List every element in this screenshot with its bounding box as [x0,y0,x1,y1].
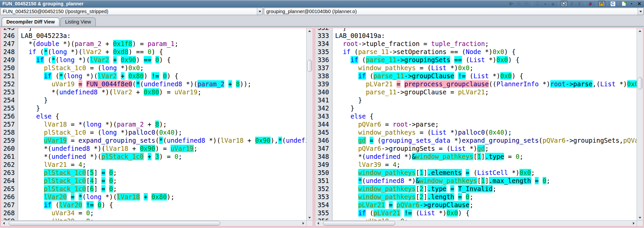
code-text[interactable]: uVar19 = FUN_0044f8e0(*(undefined8 *)(pa… [18,80,251,88]
code-line[interactable]: 338 if (parse_11->groupClause != (List *… [315,72,637,80]
code-line[interactable]: 267 if (lVar20 != 0) { [1,201,306,209]
left-function-selector-dropdown-button[interactable] [257,8,263,15]
code-line[interactable]: 262 lVar21 = 4; [1,161,306,169]
scroll-right-button[interactable] [301,221,306,226]
code-line[interactable]: 341 } [315,96,637,104]
code-text[interactable]: } [18,104,40,112]
code-text[interactable]: window_pathkeys = (List *)0x0; [332,64,473,72]
code-text[interactable]: if (parse_11->setOperations == (Node *)0… [332,48,516,56]
code-line[interactable]: 340 parse_11->groupClause = pLVar21; [315,88,637,96]
code-line[interactable]: 335 if (parse_11->setOperations == (Node… [315,48,637,56]
code-text[interactable]: lVar18 = *(long *)(param_2 + 8); [18,120,167,128]
code-text[interactable]: if (*(long *)(lVar2 + 0x80) != 0) { [18,72,178,80]
scroll-down-button[interactable] [307,215,312,220]
code-text[interactable]: iVar30 = 0; [18,217,94,220]
code-text[interactable]: } [18,28,32,32]
code-text[interactable]: if (pLVar21 != (List *)0x0) { [332,209,469,217]
code-line[interactable]: 344 pQVar6 = root->parse; [315,120,637,128]
code-text[interactable]: window_pathkeys[1].elements = (ListCell … [332,169,535,177]
code-text[interactable]: plStack_1c0 = (long *)palloc0(0x40); [18,128,182,136]
lock-scroll-icon[interactable] [598,1,605,7]
copy-snapshot-icon[interactable]: ⎘ [515,1,522,7]
code-text[interactable]: *(undefined *)(plStack_1c0 + 3) = 0; [18,152,182,161]
code-line[interactable]: 264 plStack_1c0[4] = 0; [1,177,306,185]
left-vertical-scroll-thumb[interactable] [307,60,312,72]
right-function-selector-dropdown-button[interactable] [638,8,643,15]
code-text[interactable]: uVar19 = expand_grouping_sets(*(undefine… [18,136,306,144]
code-text[interactable]: } [332,96,362,104]
code-text[interactable]: plStack_1c0[6] = 0; [18,185,117,193]
scroll-up-button[interactable] [307,28,312,34]
code-line[interactable]: 342 } [315,104,637,112]
function-previous-icon[interactable]: f↑ [576,1,583,7]
scroll-up-button[interactable] [637,28,643,34]
scroll-left-button[interactable] [1,221,7,226]
export-results-icon[interactable]: ➥ [620,1,627,7]
code-line[interactable]: 343 else { [315,112,637,120]
code-line[interactable]: 332 } [315,28,637,32]
right-vertical-scroll-track[interactable] [637,34,643,215]
code-line[interactable]: 348 *(undefined *)&window_pathkeys[1].ty… [315,152,637,161]
code-line[interactable]: 250 plStack_1c0 = (long *)0x0; [1,64,306,72]
paste-snapshot-icon[interactable]: ⎗ [523,1,530,7]
code-text[interactable]: plStack_1c0 = (long *)0x0; [18,64,144,72]
function-next-icon[interactable]: f↓ [568,1,575,7]
code-text[interactable]: *(undefined8 *)(lVar18 + 0x90) = uVar19; [18,144,197,152]
code-line[interactable]: 255 } [1,104,306,112]
left-horizontal-scroll-thumb[interactable] [9,221,220,226]
c-source-view-icon[interactable]: C [609,1,616,7]
right-code-lines[interactable]: 332 }333LAB_0010419a:334 root->tuple_fra… [315,28,637,220]
code-line[interactable]: 261 *(undefined *)(plStack_1c0 + 3) = 0; [1,152,306,161]
code-line[interactable]: 336 if (parse_11->groupingSets == (List … [315,56,637,64]
code-line[interactable]: 247 *(double *)(param_2 + 0x1f8) = param… [1,40,306,48]
code-text[interactable]: pQVar6->groupingSets = (List *)gd; [332,144,489,152]
code-text[interactable]: gd = (grouping_sets_data *)expand_groupi… [332,136,637,144]
left-code-lines[interactable]: 245 }246LAB_0045223a:247 *(double *)(par… [1,28,306,220]
code-text[interactable]: parse_11->groupClause = pLVar21; [332,88,489,96]
view-options-icon[interactable]: ≣▾ [508,1,514,7]
code-line[interactable]: 265 plStack_1c0[6] = 0; [1,185,306,193]
code-line[interactable]: 259 uVar19 = expand_grouping_sets(*(unde… [1,136,306,144]
code-line[interactable]: 352 window_pathkeys[2].type = T_Invalid; [315,185,637,193]
remove-function-match-icon[interactable]: f✗ [587,1,594,7]
code-text[interactable]: *(double *)(param_2 + 0x1f8) = param_1; [18,40,178,48]
code-line[interactable]: 245 } [1,28,306,32]
code-line[interactable]: 349 lVar39 = 4; [315,161,637,169]
code-line[interactable]: 351 *(undefined8 *)&window_pathkeys[1].m… [315,177,637,185]
code-text[interactable]: else { [332,112,373,120]
code-line[interactable]: 350 window_pathkeys[1].elements = (ListC… [315,169,637,177]
code-line[interactable]: 337 window_pathkeys = (List *)0x0; [315,64,637,72]
code-line[interactable]: 356 uVar18 = 0; [315,217,637,220]
code-line[interactable]: 258 plStack_1c0 = (long *)palloc0(0x40); [1,128,306,136]
code-text[interactable]: uVar18 = 0; [332,217,408,220]
code-line[interactable]: 249 if (*(long *)(lVar2 + 0x90) == 0) { [1,56,306,64]
code-line[interactable]: 263 plStack_1c0[5] = 0; [1,169,306,177]
code-line[interactable]: 355 if (pLVar21 != (List *)0x0) { [315,209,637,217]
code-text[interactable]: uVar34 = 0; [18,209,94,217]
code-line[interactable]: 248 if (*(long *)(lVar2 + 0xd8) == 0) { [1,48,306,56]
code-text[interactable]: window_pathkeys[2].length = 0; [332,193,473,201]
code-text[interactable]: if (*(long *)(lVar2 + 0xd8) == 0) { [18,48,163,56]
left-horizontal-scroll-track[interactable] [7,221,301,226]
code-line[interactable]: 260 *(undefined8 *)(lVar18 + 0x90) = uVa… [1,144,306,152]
code-text[interactable]: plStack_1c0[5] = 0; [18,169,117,177]
code-line[interactable]: 252 uVar19 = FUN_0044f8e0(*(undefined8 *… [1,80,306,88]
cursor-location-tracking-icon[interactable] [561,1,567,7]
code-text[interactable]: lVar21 = 4; [18,161,86,169]
code-line[interactable]: 256 else { [1,112,306,120]
binary-view-icon[interactable]: 1001 [534,1,541,7]
code-text[interactable]: } [18,96,48,104]
close-icon[interactable]: ✕ [636,1,643,7]
code-line[interactable]: 347 pQVar6->groupingSets = (List *)gd; [315,144,637,152]
code-text[interactable]: if (parse_11->groupClause != (List *)0x0… [332,72,523,80]
left-vertical-scrollbar[interactable] [306,28,313,220]
scroll-left-button[interactable] [315,221,321,226]
code-line[interactable]: 251 if (*(long *)(lVar2 + 0x80) != 0) { [1,72,306,80]
code-line[interactable]: 246LAB_0045223a: [1,32,306,40]
code-line[interactable]: 339 pLVar21 = preprocess_groupclause((Pl… [315,80,637,88]
code-text[interactable]: window_pathkeys[2].type = T_Invalid; [332,185,497,193]
code-line[interactable]: 269 iVar30 = 0; [1,217,306,220]
code-line[interactable]: 266 lVar20 = *(long *)(lVar18 + 0x80); [1,193,306,201]
code-text[interactable]: if (parse_11->groupingSets == (List *)0x… [332,56,519,64]
code-line[interactable]: 354 pLVar21 = pQVar6->groupClause; [315,201,637,209]
